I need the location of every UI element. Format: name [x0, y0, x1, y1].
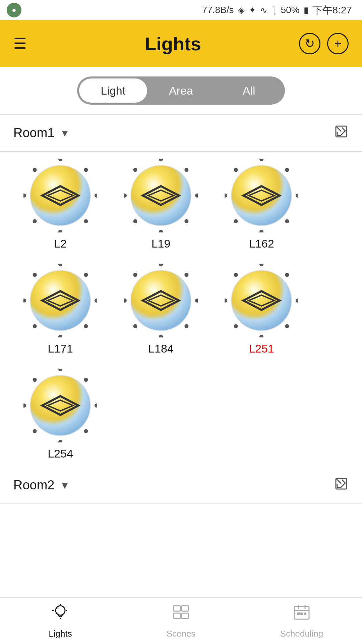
refresh-button[interactable]: ↻ [299, 33, 320, 54]
light-item-l254[interactable]: L254 [20, 369, 101, 460]
scenes-nav-icon [172, 603, 190, 626]
scheduling-nav-label: Scheduling [280, 629, 323, 639]
svg-point-20 [159, 230, 163, 232]
svg-point-4 [58, 159, 62, 161]
svg-point-45 [33, 324, 37, 328]
light-circle-l254 [23, 369, 97, 442]
light-circle-l171 [23, 264, 97, 337]
svg-point-68 [259, 335, 263, 337]
scheduling-nav-icon [292, 603, 311, 626]
lights-nav-label: Lights [49, 629, 72, 639]
svg-point-32 [259, 230, 263, 232]
network-speed: 77.8B/s [202, 5, 234, 15]
svg-point-64 [259, 264, 263, 266]
light-item-l162[interactable]: L162 [221, 159, 302, 250]
room1-edit-button[interactable] [334, 124, 349, 142]
svg-rect-93 [174, 606, 180, 611]
svg-rect-101 [297, 612, 300, 615]
lights-nav-icon [51, 603, 70, 626]
light-label-l254: L254 [48, 447, 73, 460]
tab-light[interactable]: Light [79, 78, 147, 103]
svg-point-43 [84, 324, 88, 328]
svg-point-34 [225, 194, 227, 198]
light-item-l2[interactable]: L2 [20, 159, 101, 250]
room2-edit-button[interactable] [334, 476, 349, 494]
nav-scenes[interactable]: Scenes [121, 603, 241, 639]
svg-point-67 [285, 324, 289, 328]
bluetooth-icon: ✦ [249, 5, 256, 15]
room1-lights-grid: L2 L19 [0, 152, 362, 467]
tab-segment: Light Area All [0, 67, 362, 114]
wifi-icon: ∿ [260, 5, 267, 15]
svg-point-79 [84, 429, 88, 433]
light-item-l251[interactable]: L251 [221, 264, 302, 355]
room2-chevron-icon[interactable]: ▼ [60, 480, 70, 491]
app-header: ☰ Lights ↻ + [0, 20, 362, 67]
svg-point-42 [95, 299, 97, 303]
tab-segment-inner: Light Area All [77, 76, 285, 105]
svg-point-29 [285, 168, 289, 172]
light-circle-l162 [225, 159, 298, 232]
light-label-l19: L19 [152, 237, 171, 250]
light-item-l184[interactable]: L184 [121, 264, 201, 355]
tab-area[interactable]: Area [147, 78, 215, 103]
svg-point-82 [23, 404, 26, 408]
svg-point-18 [195, 194, 198, 198]
svg-point-47 [33, 273, 37, 277]
svg-point-56 [159, 335, 163, 337]
page-title: Lights [47, 33, 299, 55]
nav-lights[interactable]: Lights [0, 603, 121, 639]
light-label-l251: L251 [249, 342, 274, 355]
svg-point-71 [234, 273, 238, 277]
room1-chevron-icon[interactable]: ▼ [60, 127, 70, 139]
scenes-nav-label: Scenes [167, 629, 196, 639]
room1-title: Room1 ▼ [13, 126, 70, 140]
battery-icon: ▮ [304, 5, 308, 15]
svg-point-44 [58, 335, 62, 337]
svg-point-88 [56, 606, 65, 615]
svg-point-10 [23, 194, 26, 198]
add-button[interactable]: + [327, 33, 349, 54]
svg-point-58 [124, 299, 127, 303]
light-circle-l2 [23, 159, 97, 232]
battery-percent: 50% [281, 5, 300, 15]
svg-point-9 [33, 219, 37, 223]
svg-point-11 [33, 168, 37, 172]
svg-point-81 [33, 429, 37, 433]
svg-point-54 [195, 299, 198, 303]
tab-all[interactable]: All [215, 78, 283, 103]
svg-point-21 [133, 219, 137, 223]
svg-point-22 [124, 194, 127, 198]
svg-point-59 [133, 273, 137, 277]
svg-point-53 [184, 273, 188, 277]
svg-point-33 [234, 219, 238, 223]
svg-point-57 [133, 324, 137, 328]
svg-rect-103 [304, 612, 306, 615]
svg-point-46 [23, 299, 26, 303]
add-icon: + [334, 37, 341, 51]
svg-point-6 [95, 194, 97, 198]
light-item-l19[interactable]: L19 [121, 159, 201, 250]
svg-point-28 [259, 159, 263, 161]
svg-point-7 [84, 219, 88, 223]
svg-point-40 [58, 264, 62, 266]
svg-point-31 [285, 219, 289, 223]
bottom-nav: Lights Scenes Scheduling [0, 597, 362, 644]
light-item-l171[interactable]: L171 [20, 264, 101, 355]
room2-name: Room2 [13, 478, 55, 492]
light-label-l184: L184 [148, 342, 174, 355]
nav-scheduling[interactable]: Scheduling [241, 603, 362, 639]
light-label-l162: L162 [249, 237, 274, 250]
svg-point-69 [234, 324, 238, 328]
status-bar: ● 77.8B/s ◈ ✦ ∿ ⎱ 50% ▮ 下午8:27 [0, 0, 362, 20]
menu-button[interactable]: ☰ [13, 36, 47, 51]
svg-rect-102 [300, 612, 303, 615]
svg-point-78 [95, 404, 97, 408]
room1-name: Room1 [13, 126, 55, 140]
svg-point-23 [133, 168, 137, 172]
svg-point-19 [184, 219, 188, 223]
room1-header: Room1 ▼ [0, 115, 362, 151]
cellular-icon: ⎱ [272, 5, 277, 15]
light-circle-l184 [124, 264, 198, 337]
svg-point-65 [285, 273, 289, 277]
